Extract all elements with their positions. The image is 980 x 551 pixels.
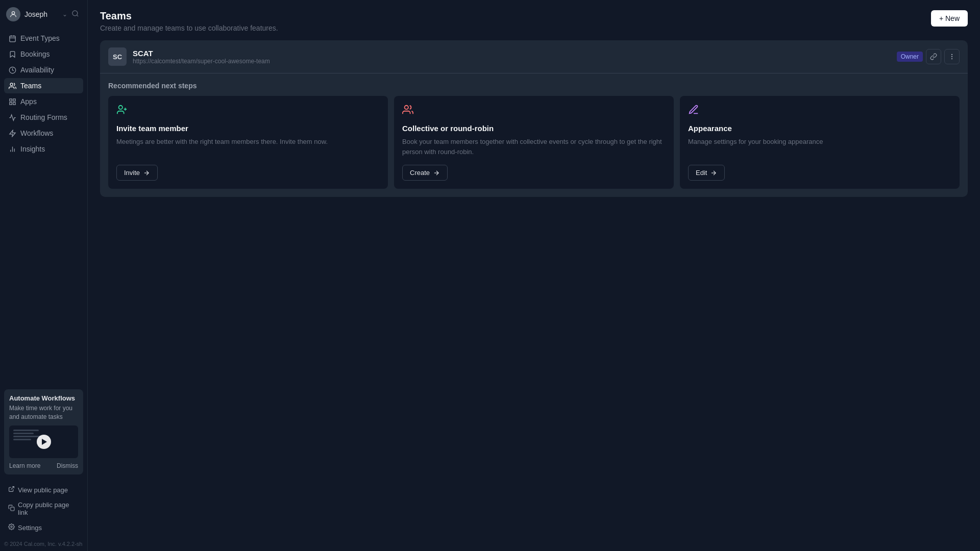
grid-icon: [8, 97, 16, 106]
view-public-page-link[interactable]: View public page: [4, 483, 83, 497]
step-collective: Collective or round-robin Book your team…: [394, 96, 674, 189]
svg-rect-3: [9, 36, 15, 41]
dismiss-button[interactable]: Dismiss: [57, 462, 78, 469]
clock-icon: [8, 66, 16, 74]
automate-card-title: Automate Workflows: [9, 394, 78, 402]
automate-workflows-card: Automate Workflows Make time work for yo…: [4, 389, 83, 474]
svg-marker-13: [9, 130, 15, 137]
team-more-button[interactable]: [944, 49, 960, 64]
user-menu[interactable]: Joseph ⌄: [0, 0, 87, 29]
invite-title: Invite team member: [116, 124, 380, 133]
sidebar-item-workflows[interactable]: Workflows: [4, 126, 83, 141]
content-area: SC SCAT https://calcomtest/team/super-co…: [88, 40, 980, 209]
sidebar-nav: Event Types Bookings Availability: [0, 29, 87, 385]
sidebar-footer-links: View public page Copy public page link S…: [0, 479, 87, 539]
automate-video-thumbnail[interactable]: [9, 425, 78, 458]
sidebar-item-availability[interactable]: Availability: [4, 62, 83, 78]
steps-grid: Invite team member Meetings are better w…: [108, 96, 960, 189]
owner-badge: Owner: [897, 52, 923, 62]
external-link-icon: [8, 486, 15, 494]
route-icon: [8, 113, 16, 121]
appearance-title: Appearance: [688, 124, 951, 133]
step-invite: Invite team member Meetings are better w…: [108, 96, 388, 189]
collective-desc: Book your team members together with col…: [402, 137, 666, 157]
page-subtitle: Create and manage teams to use collabora…: [100, 24, 278, 32]
sidebar-item-apps[interactable]: Apps: [4, 94, 83, 109]
svg-rect-11: [9, 102, 11, 104]
view-public-page-label: View public page: [18, 486, 68, 494]
svg-point-22: [951, 59, 952, 59]
team-link-button[interactable]: [926, 49, 941, 64]
bookings-icon: [8, 50, 16, 58]
appearance-desc: Manage settings for your booking appeara…: [688, 137, 951, 157]
collective-title: Collective or round-robin: [402, 124, 666, 133]
automate-card-footer: Learn more Dismiss: [9, 462, 78, 469]
calendar-icon: [8, 34, 16, 42]
learn-more-link[interactable]: Learn more: [9, 462, 40, 469]
invite-icon: [116, 104, 380, 118]
copy-public-page-label: Copy public page link: [18, 501, 79, 516]
sidebar-item-label: Event Types: [20, 34, 60, 42]
sidebar-item-label: Insights: [20, 145, 45, 153]
sidebar-item-teams[interactable]: Teams: [4, 78, 83, 93]
avatar: [6, 7, 20, 21]
svg-rect-9: [9, 98, 11, 101]
page-title: Teams: [100, 10, 278, 22]
sidebar-item-label: Apps: [20, 97, 37, 106]
sidebar: Joseph ⌄ Event Types: [0, 0, 88, 551]
team-avatar: SC: [108, 47, 127, 66]
new-button[interactable]: + New: [931, 10, 968, 27]
create-button[interactable]: Create: [402, 165, 448, 181]
team-header: SC SCAT https://calcomtest/team/super-co…: [100, 40, 968, 73]
username: Joseph: [24, 10, 58, 18]
user-controls: ⌄: [62, 9, 81, 20]
play-button[interactable]: [37, 435, 51, 449]
settings-label: Settings: [18, 524, 42, 532]
sidebar-item-label: Teams: [20, 82, 41, 90]
invite-button[interactable]: Invite: [116, 165, 158, 181]
page-title-group: Teams Create and manage teams to use col…: [100, 10, 278, 32]
svg-point-20: [951, 54, 952, 55]
svg-point-0: [12, 12, 14, 14]
svg-point-1: [72, 10, 78, 15]
svg-line-2: [77, 15, 78, 16]
svg-point-21: [951, 56, 952, 57]
collective-icon: [402, 104, 666, 118]
svg-rect-10: [13, 98, 15, 101]
settings-link[interactable]: Settings: [4, 520, 83, 535]
step-appearance: Appearance Manage settings for your book…: [680, 96, 960, 189]
recommended-title: Recommended next steps: [108, 82, 960, 90]
edit-button[interactable]: Edit: [688, 165, 725, 181]
svg-rect-12: [13, 102, 15, 104]
team-actions: Owner: [897, 49, 960, 64]
sidebar-item-bookings[interactable]: Bookings: [4, 46, 83, 62]
sidebar-item-routing-forms[interactable]: Routing Forms: [4, 110, 83, 125]
sidebar-item-event-types[interactable]: Event Types: [4, 31, 83, 46]
svg-rect-18: [11, 507, 14, 511]
recommended-section: Recommended next steps Invite team membe…: [100, 73, 968, 197]
main-content: Teams Create and manage teams to use col…: [88, 0, 980, 551]
chevron-down-icon: ⌄: [62, 11, 67, 18]
svg-point-23: [119, 106, 122, 109]
sidebar-item-label: Workflows: [20, 129, 53, 137]
search-button[interactable]: [69, 9, 81, 20]
bar-chart-icon: [8, 145, 16, 153]
settings-icon: [8, 523, 15, 532]
play-triangle-icon: [42, 439, 47, 445]
sidebar-item-label: Bookings: [20, 50, 50, 58]
copy-icon: [8, 505, 15, 513]
copy-public-page-link[interactable]: Copy public page link: [4, 498, 83, 519]
invite-desc: Meetings are better with the right team …: [116, 137, 380, 157]
zap-icon: [8, 129, 16, 137]
team-name: SCAT: [133, 49, 891, 58]
team-url: https://calcomtest/team/super-cool-aweso…: [133, 58, 891, 65]
svg-point-8: [10, 83, 13, 85]
appearance-icon: [688, 104, 951, 118]
sidebar-item-label: Availability: [20, 66, 54, 74]
svg-line-17: [11, 487, 14, 490]
page-header: Teams Create and manage teams to use col…: [88, 0, 980, 40]
sidebar-item-label: Routing Forms: [20, 113, 67, 121]
automate-card-desc: Make time work for you and automate task…: [9, 404, 78, 421]
sidebar-item-insights[interactable]: Insights: [4, 141, 83, 157]
team-info: SCAT https://calcomtest/team/super-cool-…: [133, 49, 891, 65]
